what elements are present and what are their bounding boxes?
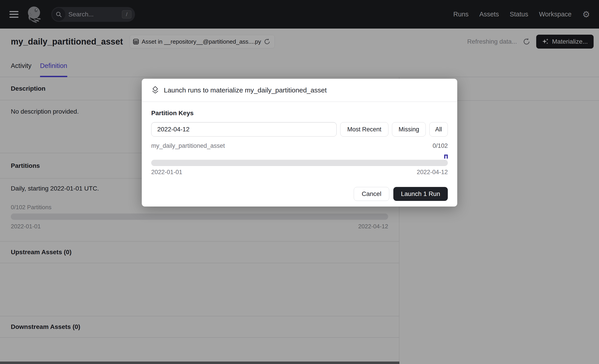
dialog-footer: Cancel Launch 1 Run bbox=[151, 187, 448, 201]
dialog-title: Launch runs to materialize my_daily_part… bbox=[164, 87, 327, 94]
all-button[interactable]: All bbox=[429, 122, 448, 137]
partition-selector bbox=[151, 160, 448, 166]
asset-definition-page: { "nav": { "search_placeholder": "Search… bbox=[0, 0, 599, 364]
partition-keys-row: Most Recent Missing All bbox=[151, 122, 448, 137]
partition-meta-row: my_daily_partitioned_asset 0/102 bbox=[151, 142, 448, 149]
partition-keys-label: Partition Keys bbox=[151, 110, 448, 117]
dialog-range-row: 2022-01-01 2022-04-12 bbox=[151, 169, 448, 176]
dialog-header: Launch runs to materialize my_daily_part… bbox=[142, 79, 457, 102]
dialog-range-start: 2022-01-01 bbox=[151, 169, 182, 176]
asset-layers-icon bbox=[151, 86, 159, 94]
dialog-range-end: 2022-04-12 bbox=[417, 169, 448, 176]
launch-run-button[interactable]: Launch 1 Run bbox=[393, 187, 448, 201]
cancel-button[interactable]: Cancel bbox=[354, 187, 389, 201]
partition-keys-input[interactable] bbox=[151, 122, 337, 137]
dialog-asset-name: my_daily_partitioned_asset bbox=[151, 142, 225, 149]
missing-button[interactable]: Missing bbox=[392, 122, 426, 137]
dialog-body: Partition Keys Most Recent Missing All m… bbox=[142, 110, 457, 201]
launch-partitions-dialog: Launch runs to materialize my_daily_part… bbox=[142, 79, 457, 207]
selected-partition-marker bbox=[444, 155, 448, 159]
most-recent-button[interactable]: Most Recent bbox=[340, 122, 388, 137]
partition-selector-bar[interactable] bbox=[151, 160, 448, 166]
dialog-partition-count: 0/102 bbox=[432, 142, 448, 149]
